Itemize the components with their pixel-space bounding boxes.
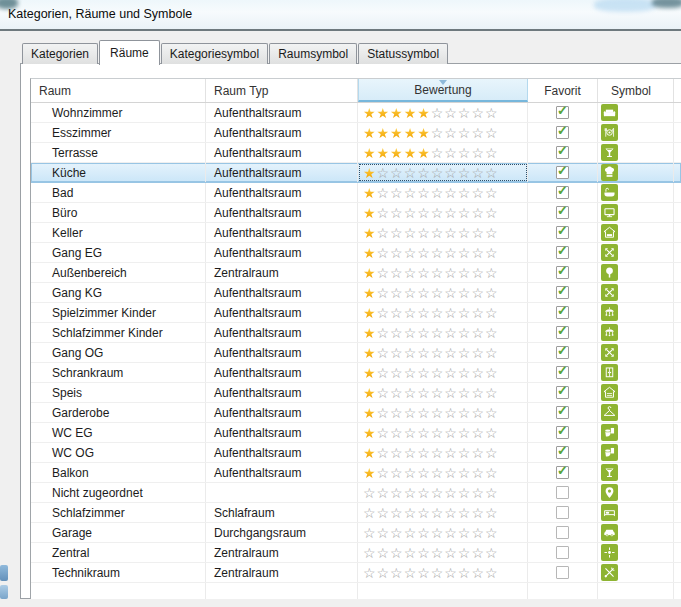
favorite-checkbox-checked[interactable]: ✓ (556, 126, 569, 139)
table-row-garderobe[interactable]: GarderobeAufenthaltsraum★☆☆☆☆☆☆☆☆☆✓ (31, 403, 681, 423)
grid-line (205, 583, 206, 599)
table-row-gang-kg[interactable]: Gang KGAufenthaltsraum★☆☆☆☆☆☆☆☆☆✓ (31, 283, 681, 303)
table-row-technikraum[interactable]: TechnikraumZentralraum☆☆☆☆☆☆☆☆☆☆ (31, 563, 681, 583)
rating-cell[interactable]: ★☆☆☆☆☆☆☆☆☆ (358, 383, 528, 402)
rating-cell[interactable]: ★☆☆☆☆☆☆☆☆☆ (358, 363, 528, 382)
table-row-wohnzimmer[interactable]: WohnzimmerAufenthaltsraum★★★★★☆☆☆☆☆✓ (31, 103, 681, 123)
favorite-checkbox-unchecked[interactable] (556, 506, 569, 519)
table-row-gang-og[interactable]: Gang OGAufenthaltsraum★☆☆☆☆☆☆☆☆☆✓ (31, 343, 681, 363)
rating-cell[interactable]: ★☆☆☆☆☆☆☆☆☆ (358, 463, 528, 482)
table-row-balkon[interactable]: BalkonAufenthaltsraum★☆☆☆☆☆☆☆☆☆✓ (31, 463, 681, 483)
rating-cell[interactable]: ☆☆☆☆☆☆☆☆☆☆ (358, 503, 528, 522)
basement-icon (601, 224, 618, 241)
rating-cell[interactable]: ★★★★★☆☆☆☆☆ (358, 143, 528, 162)
table-row-wc-eg[interactable]: WC EGAufenthaltsraum★☆☆☆☆☆☆☆☆☆✓ (31, 423, 681, 443)
window-title: Kategorien, Räume und Symbole (8, 7, 192, 21)
rating-cell[interactable]: ★☆☆☆☆☆☆☆☆☆ (358, 403, 528, 422)
favorite-checkbox-checked[interactable]: ✓ (556, 446, 569, 459)
favorite-checkbox-checked[interactable]: ✓ (556, 226, 569, 239)
star-rating-icon: ★☆☆☆☆☆☆☆☆☆ (358, 383, 499, 402)
table-row-nicht-zugeordnet[interactable]: Nicht zugeordnet☆☆☆☆☆☆☆☆☆☆ (31, 483, 681, 503)
column-header-bewertung[interactable]: Bewertung (358, 79, 528, 102)
table-row-bad[interactable]: BadAufenthaltsraum★☆☆☆☆☆☆☆☆☆✓ (31, 183, 681, 203)
table-row-schlafzimmer[interactable]: SchlafzimmerSchlafraum☆☆☆☆☆☆☆☆☆☆ (31, 503, 681, 523)
favorite-checkbox-checked[interactable]: ✓ (556, 246, 569, 259)
favorite-checkbox-checked[interactable]: ✓ (556, 386, 569, 399)
star-rating-icon: ☆☆☆☆☆☆☆☆☆☆ (358, 483, 499, 502)
room-name-cell: Spielzimmer Kinder (31, 303, 206, 322)
rating-cell[interactable]: ★☆☆☆☆☆☆☆☆☆ (358, 203, 528, 222)
tab-kategoriesymbol[interactable]: Kategoriesymbol (161, 43, 268, 64)
cocktail-icon (601, 464, 618, 481)
rating-cell[interactable]: ★☆☆☆☆☆☆☆☆☆ (358, 263, 528, 282)
rating-cell[interactable]: ★☆☆☆☆☆☆☆☆☆ (358, 423, 528, 442)
rating-cell[interactable]: ★☆☆☆☆☆☆☆☆☆ (358, 243, 528, 262)
tab-r-ume[interactable]: Räume (99, 40, 160, 65)
pantry-icon (601, 384, 618, 401)
table-row-keller[interactable]: KellerAufenthaltsraum★☆☆☆☆☆☆☆☆☆✓ (31, 223, 681, 243)
favorite-checkbox-checked[interactable]: ✓ (556, 186, 569, 199)
favorite-checkbox-checked[interactable]: ✓ (556, 306, 569, 319)
rating-cell[interactable]: ★☆☆☆☆☆☆☆☆☆ (358, 163, 528, 182)
favorite-checkbox-checked[interactable]: ✓ (556, 206, 569, 219)
rating-cell[interactable]: ☆☆☆☆☆☆☆☆☆☆ (358, 563, 528, 582)
favorite-checkbox-unchecked[interactable] (556, 546, 569, 559)
favorite-checkbox-checked[interactable]: ✓ (556, 466, 569, 479)
rating-cell[interactable]: ★★★★★☆☆☆☆☆ (358, 123, 528, 142)
column-header-raum[interactable]: Raum (31, 79, 206, 102)
tab-kategorien[interactable]: Kategorien (22, 43, 98, 64)
rating-cell[interactable]: ★☆☆☆☆☆☆☆☆☆ (358, 183, 528, 202)
checkmark-icon: ✓ (557, 263, 568, 278)
room-name-cell: WC EG (31, 423, 206, 442)
favorite-checkbox-checked[interactable]: ✓ (556, 166, 569, 179)
rating-cell[interactable]: ☆☆☆☆☆☆☆☆☆☆ (358, 523, 528, 542)
location-pin-icon (601, 484, 618, 501)
favorite-checkbox-checked[interactable]: ✓ (556, 286, 569, 299)
tab-raumsymbol[interactable]: Raumsymbol (269, 43, 357, 64)
tab-statussymbol[interactable]: Statussymbol (358, 43, 448, 64)
rating-cell[interactable]: ★☆☆☆☆☆☆☆☆☆ (358, 283, 528, 302)
favorite-checkbox-checked[interactable]: ✓ (556, 346, 569, 359)
favorite-checkbox-checked[interactable]: ✓ (556, 326, 569, 339)
table-row-schrankraum[interactable]: SchrankraumAufenthaltsraum★☆☆☆☆☆☆☆☆☆✓ (31, 363, 681, 383)
table-row-terrasse[interactable]: TerrasseAufenthaltsraum★★★★★☆☆☆☆☆✓ (31, 143, 681, 163)
table-row-gang-eg[interactable]: Gang EGAufenthaltsraum★☆☆☆☆☆☆☆☆☆✓ (31, 243, 681, 263)
column-header-symbol[interactable]: Symbol (598, 79, 674, 102)
table-row-k-che[interactable]: KücheAufenthaltsraum★☆☆☆☆☆☆☆☆☆✓ (31, 163, 681, 183)
rating-cell[interactable]: ★☆☆☆☆☆☆☆☆☆ (358, 443, 528, 462)
favorite-checkbox-unchecked[interactable] (556, 486, 569, 499)
table-row-b-ro[interactable]: BüroAufenthaltsraum★☆☆☆☆☆☆☆☆☆✓ (31, 203, 681, 223)
favorite-checkbox-unchecked[interactable] (556, 526, 569, 539)
favorite-cell: ✓ (528, 443, 598, 462)
favorite-checkbox-checked[interactable]: ✓ (556, 426, 569, 439)
table-row-esszimmer[interactable]: EsszimmerAufenthaltsraum★★★★★☆☆☆☆☆✓ (31, 123, 681, 143)
room-type-cell: Aufenthaltsraum (206, 423, 358, 442)
favorite-cell: ✓ (528, 223, 598, 242)
rating-cell[interactable]: ★☆☆☆☆☆☆☆☆☆ (358, 343, 528, 362)
column-header-typ[interactable]: Raum Typ (206, 79, 358, 102)
rating-cell[interactable]: ★☆☆☆☆☆☆☆☆☆ (358, 303, 528, 322)
favorite-checkbox-unchecked[interactable] (556, 566, 569, 579)
table-row-speis[interactable]: SpeisAufenthaltsraum★☆☆☆☆☆☆☆☆☆✓ (31, 383, 681, 403)
table-row-zentral[interactable]: ZentralZentralraum☆☆☆☆☆☆☆☆☆☆ (31, 543, 681, 563)
favorite-checkbox-checked[interactable]: ✓ (556, 146, 569, 159)
rating-cell[interactable]: ★☆☆☆☆☆☆☆☆☆ (358, 323, 528, 342)
rating-cell[interactable]: ★★★★★☆☆☆☆☆ (358, 103, 528, 122)
column-header-favorit[interactable]: Favorit (528, 79, 598, 102)
table-row-au-enbereich[interactable]: AußenbereichZentralraum★☆☆☆☆☆☆☆☆☆✓ (31, 263, 681, 283)
favorite-checkbox-checked[interactable]: ✓ (556, 406, 569, 419)
favorite-checkbox-checked[interactable]: ✓ (556, 266, 569, 279)
table-row-garage[interactable]: GarageDurchgangsraum☆☆☆☆☆☆☆☆☆☆ (31, 523, 681, 543)
favorite-checkbox-checked[interactable]: ✓ (556, 106, 569, 119)
table-row-spielzimmer-kinder[interactable]: Spielzimmer KinderAufenthaltsraum★☆☆☆☆☆☆… (31, 303, 681, 323)
room-type-cell: Aufenthaltsraum (206, 163, 358, 182)
rating-cell[interactable]: ☆☆☆☆☆☆☆☆☆☆ (358, 543, 528, 562)
table-row-wc-og[interactable]: WC OGAufenthaltsraum★☆☆☆☆☆☆☆☆☆✓ (31, 443, 681, 463)
rating-cell[interactable]: ☆☆☆☆☆☆☆☆☆☆ (358, 483, 528, 502)
symbol-cell (598, 303, 674, 322)
rating-cell[interactable]: ★☆☆☆☆☆☆☆☆☆ (358, 223, 528, 242)
table-row-schlafzimmer-kinder[interactable]: Schlafzimmer KinderAufenthaltsraum★☆☆☆☆☆… (31, 323, 681, 343)
favorite-checkbox-checked[interactable]: ✓ (556, 366, 569, 379)
favorite-cell (528, 483, 598, 502)
favorite-cell: ✓ (528, 103, 598, 122)
